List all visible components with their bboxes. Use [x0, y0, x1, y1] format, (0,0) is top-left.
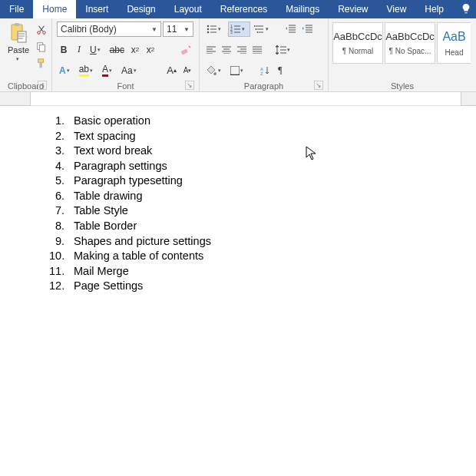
strikethrough-button[interactable]: abc [107, 42, 127, 58]
underline-button[interactable]: U▾ [88, 42, 106, 58]
list-item[interactable]: 2.Text spacing [49, 129, 445, 144]
cut-button[interactable] [34, 21, 49, 38]
chevron-down-icon: ▾ [240, 68, 246, 74]
list-item[interactable]: 7.Table Style [49, 203, 445, 219]
show-marks-button[interactable]: ¶ [273, 63, 287, 78]
text-effects-button[interactable]: A▾ [57, 63, 75, 78]
numbered-list: 1.Basic operation2.Text spacing3.Text wo… [49, 114, 445, 294]
list-item[interactable]: 11.Mail Merge [49, 264, 445, 279]
list-number: 9. [49, 234, 64, 250]
shading-button[interactable]: ▾ [204, 63, 226, 78]
tab-insert[interactable]: Insert [76, 0, 117, 18]
line-spacing-button[interactable]: ▾ [273, 42, 296, 58]
increase-indent-button[interactable] [300, 21, 316, 37]
clear-formatting-button[interactable] [177, 42, 194, 58]
svg-point-16 [254, 25, 256, 27]
tab-references[interactable]: References [211, 0, 276, 18]
list-text: Text spacing [74, 129, 136, 144]
multilevel-list-button[interactable]: ▾ [252, 21, 274, 37]
list-item[interactable]: 3.Text word break [49, 144, 445, 159]
dialog-launcher-paragraph[interactable]: ↘ [314, 81, 323, 90]
list-number: 12. [49, 279, 64, 294]
list-item[interactable]: 9.Shapes and picture settings [49, 234, 445, 250]
tab-view[interactable]: View [378, 0, 416, 18]
style-preview: AaBbCcDc [333, 31, 382, 42]
svg-rect-9 [181, 48, 188, 55]
copy-button[interactable] [34, 38, 49, 55]
paste-button[interactable]: Paste ▾ [3, 21, 34, 63]
sort-button[interactable]: AZ [258, 63, 272, 78]
list-number: 1. [49, 114, 64, 129]
bold-button[interactable]: B [57, 42, 71, 58]
list-number: 3. [49, 144, 64, 159]
list-item[interactable]: 5.Paragraph typesetting [49, 174, 445, 189]
chevron-down-icon: ▾ [90, 68, 96, 74]
change-case-button[interactable]: Aa▾ [119, 63, 142, 78]
chevron-down-icon: ▾ [134, 68, 140, 74]
list-number: 5. [49, 174, 64, 189]
font-size-combo[interactable]: 11▼ [163, 21, 193, 37]
group-styles: AaBbCcDc ¶ Normal AaBbCcDc ¶ No Spac... … [329, 18, 476, 91]
chevron-down-icon: ▾ [218, 26, 224, 32]
font-name-combo[interactable]: Calibri (Body)▼ [57, 21, 161, 37]
italic-button[interactable]: I [72, 42, 86, 58]
svg-point-11 [207, 28, 210, 31]
style-tile-nospacing[interactable]: AaBbCcDc ¶ No Spac... [385, 22, 435, 64]
align-center-button[interactable] [220, 42, 233, 58]
tab-mailings[interactable]: Mailings [276, 0, 329, 18]
list-item[interactable]: 4.Paragraph settings [49, 159, 445, 174]
decrease-indent-button[interactable] [283, 21, 299, 37]
list-number: 8. [49, 219, 64, 234]
bullets-button[interactable]: ▾ [204, 21, 226, 37]
borders-button[interactable]: ▾ [228, 63, 249, 78]
tell-me-icon[interactable] [456, 0, 476, 18]
style-tile-normal[interactable]: AaBbCcDc ¶ Normal [332, 22, 383, 64]
svg-point-18 [257, 31, 259, 33]
list-text: Shapes and picture settings [74, 234, 211, 250]
ruler[interactable] [0, 92, 476, 106]
tab-design[interactable]: Design [117, 0, 164, 18]
dialog-launcher-clipboard[interactable]: ↘ [38, 81, 47, 90]
tab-review[interactable]: Review [329, 0, 377, 18]
style-tile-heading[interactable]: AaB Head [437, 22, 471, 64]
svg-point-3 [38, 31, 41, 35]
subscript-button[interactable]: x2 [128, 42, 142, 58]
list-item[interactable]: 12.Page Settings [49, 279, 445, 294]
list-text: Mail Merge [74, 264, 129, 279]
dialog-launcher-font[interactable]: ↘ [185, 81, 194, 90]
svg-rect-6 [39, 45, 45, 51]
align-right-button[interactable] [235, 42, 249, 58]
list-text: Table Border [74, 219, 137, 234]
superscript-button[interactable]: x2 [144, 42, 157, 58]
list-text: Text word break [74, 144, 152, 159]
svg-text:3: 3 [230, 30, 233, 34]
ruler-right [461, 92, 476, 106]
font-name-value: Calibri (Body) [61, 24, 148, 35]
svg-point-17 [256, 28, 257, 30]
svg-text:Z: Z [260, 71, 263, 75]
grow-font-button[interactable]: A▴ [164, 63, 179, 78]
numbering-button[interactable]: 123▾ [228, 21, 250, 37]
chevron-down-icon: ▾ [16, 56, 22, 62]
tab-file[interactable]: File [0, 0, 33, 18]
format-painter-button[interactable] [34, 55, 49, 72]
tab-layout[interactable]: Layout [165, 0, 211, 18]
chevron-down-icon: ▾ [109, 68, 115, 74]
document-page[interactable]: 1.Basic operation2.Text spacing3.Text wo… [0, 106, 476, 474]
tab-home[interactable]: Home [33, 0, 76, 18]
list-item[interactable]: 6.Table drawing [49, 189, 445, 204]
tab-help[interactable]: Help [415, 0, 453, 18]
align-left-button[interactable] [204, 42, 218, 58]
highlight-button[interactable]: ab▾ [77, 63, 98, 78]
shrink-font-button[interactable]: A▾ [180, 63, 194, 78]
list-item[interactable]: 8.Table Border [49, 219, 445, 234]
list-item[interactable]: 1.Basic operation [49, 114, 445, 129]
svg-rect-7 [38, 59, 44, 62]
list-text: Page Settings [74, 279, 143, 294]
list-text: Paragraph settings [74, 159, 167, 174]
justify-button[interactable] [250, 42, 264, 58]
list-number: 7. [49, 203, 64, 219]
list-item[interactable]: 10.Making a table of contents [49, 249, 445, 264]
font-color-button[interactable]: A▾ [100, 63, 117, 78]
group-label-font: Font [117, 81, 134, 91]
